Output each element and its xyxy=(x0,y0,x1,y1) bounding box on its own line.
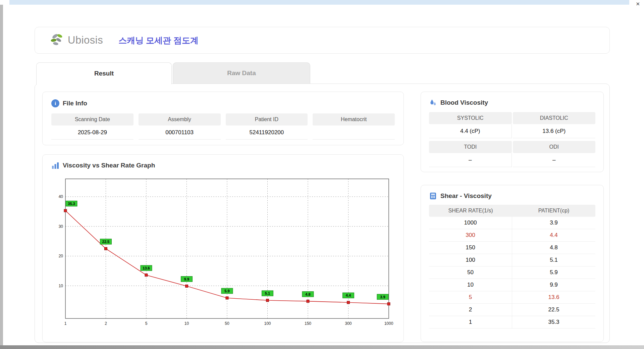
blood-viscosity-grid: SYSTOLIC DIASTOLIC 4.4 (cP) 13.6 (cP) TO… xyxy=(429,112,595,167)
shear-rate-value: 100 xyxy=(429,254,512,266)
shear-rate-value: 50 xyxy=(429,266,512,279)
patient-viscosity-value: 5.9 xyxy=(512,266,595,279)
svg-text:150: 150 xyxy=(305,321,311,326)
ubiosis-logo-icon xyxy=(50,33,66,47)
field-patient-id: Patient ID 52411920200 xyxy=(226,113,308,140)
patient-viscosity-value: 3.9 xyxy=(512,217,595,229)
odi-label: ODI xyxy=(513,141,596,153)
patient-viscosity-value: 4.8 xyxy=(512,242,595,254)
shear-rate-value: 1000 xyxy=(429,217,512,229)
shear-table-row: 505.9 xyxy=(429,266,595,279)
svg-text:10: 10 xyxy=(184,321,189,326)
todi-label: TODI xyxy=(429,141,512,153)
shear-rate-value: 5 xyxy=(429,291,512,303)
droplets-icon xyxy=(429,99,437,107)
patient-column-header: PATIENT(cp) xyxy=(512,205,595,217)
field-value: 52411920200 xyxy=(226,126,308,140)
blood-viscosity-card: Blood Viscosity SYSTOLIC DIASTOLIC 4.4 (… xyxy=(421,92,604,172)
diastolic-value: 13.6 (cP) xyxy=(513,124,596,138)
svg-text:2: 2 xyxy=(105,321,107,326)
shear-rate-value: 2 xyxy=(429,304,512,316)
left-edge-decoration xyxy=(0,5,3,345)
graph-title: Viscosity vs Shear Rate Graph xyxy=(63,162,155,169)
blood-viscosity-title: Blood Viscosity xyxy=(440,99,488,106)
svg-text:13.6: 13.6 xyxy=(143,266,150,270)
shear-table-row: 135.3 xyxy=(429,316,595,329)
patient-viscosity-value: 4.4 xyxy=(512,229,595,241)
svg-text:3.9: 3.9 xyxy=(380,295,385,299)
shear-table-header: SHEAR RATE(1/s) PATIENT(cp) xyxy=(429,205,595,217)
svg-text:5.9: 5.9 xyxy=(224,289,229,293)
shear-rate-column-header: SHEAR RATE(1/s) xyxy=(429,205,512,217)
svg-text:100: 100 xyxy=(264,321,271,326)
chart-wrap: 102030401251050100150300100035.322.513.6… xyxy=(53,174,395,331)
window-titlebar xyxy=(9,0,629,5)
info-icon: i xyxy=(51,99,59,107)
svg-text:4.4: 4.4 xyxy=(346,293,351,297)
svg-text:5: 5 xyxy=(145,321,148,326)
header-card: Ubiosis 스캐닝 모세관 점도계 xyxy=(35,27,610,54)
field-value: 000701103 xyxy=(139,126,221,140)
shear-table-row: 3004.4 xyxy=(429,229,595,242)
patient-viscosity-value: 9.9 xyxy=(512,279,595,291)
file-info-title-row: i File Info xyxy=(51,99,395,107)
svg-text:35.3: 35.3 xyxy=(68,202,75,206)
svg-text:40: 40 xyxy=(59,194,63,199)
field-scanning-date: Scanning Date 2025-08-29 xyxy=(51,113,133,140)
file-info-fields: Scanning Date 2025-08-29 Assembly 000701… xyxy=(51,113,395,140)
shear-viscosity-card: Shear - Viscosity SHEAR RATE(1/s) PATIEN… xyxy=(421,185,604,342)
systolic-value: 4.4 (cP) xyxy=(429,124,512,138)
svg-text:300: 300 xyxy=(345,321,352,326)
shear-table-row: 10003.9 xyxy=(429,217,595,229)
calculator-icon xyxy=(429,192,437,200)
field-label: Hematocrit xyxy=(313,113,395,126)
odi-value: – xyxy=(513,153,596,167)
tab-result[interactable]: Result xyxy=(36,62,172,84)
shear-table-row: 1504.8 xyxy=(429,242,595,254)
ubiosis-logo: Ubiosis xyxy=(50,33,103,47)
shear-table: SHEAR RATE(1/s) PATIENT(cp) 10003.93004.… xyxy=(429,205,595,329)
diastolic-label: DIASTOLIC xyxy=(513,112,596,124)
shear-rate-value: 150 xyxy=(429,242,512,254)
field-label: Assembly xyxy=(139,113,221,126)
bar-chart-icon xyxy=(51,161,59,169)
systolic-label: SYSTOLIC xyxy=(429,112,512,124)
svg-text:22.5: 22.5 xyxy=(102,240,109,244)
svg-text:5.1: 5.1 xyxy=(265,291,270,295)
shear-rate-value: 300 xyxy=(429,229,512,241)
shear-viscosity-title: Shear - Viscosity xyxy=(440,192,492,200)
svg-text:1000: 1000 xyxy=(384,321,393,326)
shear-table-row: 222.5 xyxy=(429,304,595,316)
patient-viscosity-value: 13.6 xyxy=(512,291,595,303)
patient-viscosity-value: 35.3 xyxy=(512,316,595,328)
file-info-title: File Info xyxy=(63,100,87,107)
svg-text:9.9: 9.9 xyxy=(184,277,189,281)
svg-text:20: 20 xyxy=(59,254,63,258)
logo-text: Ubiosis xyxy=(68,34,103,46)
file-info-card: i File Info Scanning Date 2025-08-29 Ass… xyxy=(42,92,404,145)
svg-text:50: 50 xyxy=(225,321,229,326)
shear-table-row: 1005.1 xyxy=(429,254,595,266)
field-hematocrit: Hematocrit xyxy=(313,113,395,140)
field-assembly: Assembly 000701103 xyxy=(139,113,221,140)
svg-text:10: 10 xyxy=(59,284,63,288)
svg-text:30: 30 xyxy=(59,224,63,229)
page-title: 스캐닝 모세관 점도계 xyxy=(118,35,199,46)
svg-text:4.8: 4.8 xyxy=(305,292,310,296)
patient-viscosity-value: 5.1 xyxy=(512,254,595,266)
chart-y-tick-labels: 10203040 xyxy=(59,194,63,288)
field-label: Patient ID xyxy=(226,113,308,126)
tab-raw-data[interactable]: Raw Data xyxy=(173,62,310,84)
main-panel: i File Info Scanning Date 2025-08-29 Ass… xyxy=(35,84,610,343)
shear-rate-value: 10 xyxy=(429,279,512,291)
bottom-edge-decoration xyxy=(0,345,644,349)
close-icon[interactable]: ✕ xyxy=(636,1,640,6)
shear-rate-value: 1 xyxy=(429,316,512,328)
shear-table-row: 109.9 xyxy=(429,279,595,291)
todi-value: – xyxy=(429,153,512,167)
graph-title-row: Viscosity vs Shear Rate Graph xyxy=(51,161,395,169)
field-value xyxy=(313,126,395,140)
shear-title-row: Shear - Viscosity xyxy=(429,192,595,200)
viscosity-chart: 102030401251050100150300100035.322.513.6… xyxy=(53,174,394,329)
shear-table-body: 10003.93004.41504.81005.1505.9109.9513.6… xyxy=(429,217,595,329)
